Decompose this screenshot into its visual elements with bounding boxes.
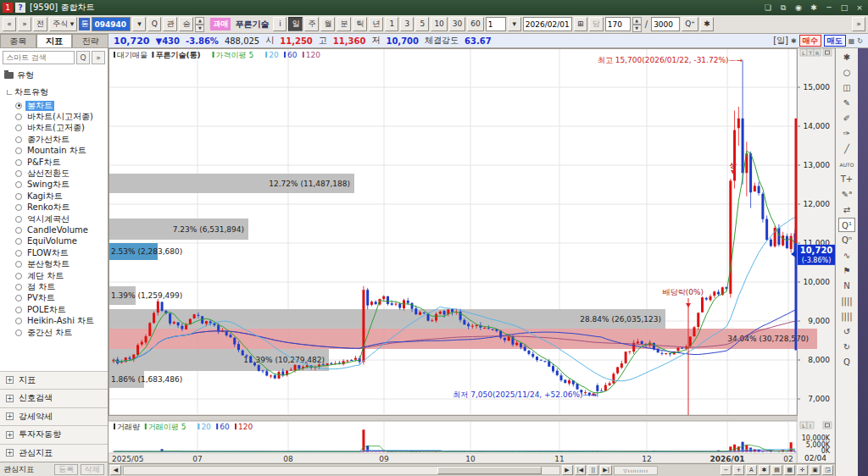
- zoom-plus-icon[interactable]: Q⁺: [682, 17, 698, 31]
- pattern-tool-icon[interactable]: ◫: [838, 80, 855, 95]
- candle-count-input[interactable]: [605, 17, 631, 31]
- asset-type-combo[interactable]: 주식 ▾: [49, 17, 77, 31]
- interval-5-button[interactable]: 5: [415, 17, 429, 31]
- eraser-tool-icon[interactable]: ✑: [838, 126, 855, 141]
- smart-search-input[interactable]: [3, 51, 75, 64]
- redo-icon[interactable]: ↻: [838, 340, 855, 354]
- interval-3-button[interactable]: 3: [400, 17, 414, 31]
- bar-narrow-icon[interactable]: ||||: [838, 294, 855, 308]
- chart-type-item[interactable]: Heikin-Ashi 차트: [0, 315, 108, 326]
- chart-type-item[interactable]: 바차트(고저종): [0, 123, 108, 134]
- interval-60-button[interactable]: 60: [467, 17, 483, 31]
- maximize-button[interactable]: □: [838, 3, 850, 14]
- tab-stock[interactable]: 종목: [0, 34, 36, 47]
- type-group-header[interactable]: 유형: [0, 66, 108, 85]
- calendar-icon[interactable]: ⊞: [574, 17, 587, 31]
- close-button[interactable]: ×: [854, 3, 865, 14]
- zoom-out-button[interactable]: −: [721, 465, 732, 475]
- period-week-button[interactable]: 주: [304, 17, 319, 31]
- register-button[interactable]: 등록: [54, 464, 78, 475]
- watch-button[interactable]: 관: [163, 17, 177, 31]
- text-tool-icon[interactable]: T+: [838, 172, 855, 186]
- capture-icon[interactable]: ◉: [793, 3, 804, 14]
- chart-type-item[interactable]: Renko차트: [0, 202, 108, 213]
- interval-custom-input[interactable]: [486, 17, 506, 31]
- chart-gear-icon[interactable]: ✱: [759, 465, 770, 475]
- sidebar-section-강세약세[interactable]: +강세약세: [0, 407, 108, 426]
- annotation-tool-icon[interactable]: ✎ᵃ: [838, 187, 855, 202]
- next-screen-button[interactable]: »: [18, 17, 31, 31]
- chart-type-item[interactable]: EquiVolume: [0, 236, 108, 247]
- fullscreen-icon[interactable]: ◲: [822, 465, 833, 475]
- chart-type-item[interactable]: 역시계곡선: [0, 213, 108, 224]
- chart-type-item[interactable]: FLOW차트: [0, 247, 108, 258]
- sidebar-section-지표[interactable]: +지표: [0, 371, 108, 390]
- chart-type-item[interactable]: 봉차트: [0, 100, 108, 111]
- zigzag-tool-icon[interactable]: N: [838, 279, 855, 293]
- popup-icon[interactable]: ❏: [762, 3, 774, 14]
- period-tick-button[interactable]: 틱: [353, 17, 367, 31]
- toolbar-more-button[interactable]: »: [852, 17, 865, 31]
- print-icon[interactable]: ▣: [810, 465, 821, 475]
- interval-1-button[interactable]: 1: [385, 17, 398, 31]
- scrollbar-thumb[interactable]: [437, 467, 542, 474]
- code-stepper[interactable]: ▲▼: [195, 17, 204, 31]
- flag-tool-icon[interactable]: ⚑: [838, 263, 855, 278]
- chart-type-item[interactable]: 점 차트: [0, 281, 108, 292]
- search-icon[interactable]: Q: [76, 51, 90, 64]
- scroll-right-button[interactable]: ▶: [562, 465, 573, 475]
- play-last-button[interactable]: ▶|: [600, 465, 612, 475]
- period-month-button[interactable]: 월: [320, 17, 335, 31]
- pane-list-icon[interactable]: ▤: [771, 465, 782, 475]
- play-first-button[interactable]: |◀: [575, 465, 587, 475]
- pane-grid-icon[interactable]: ▦: [784, 465, 795, 475]
- play-pause-button[interactable]: ||: [587, 465, 598, 475]
- compare-tool-icon[interactable]: ⇄: [838, 202, 855, 217]
- sidebar-collapse-icon[interactable]: »: [92, 51, 105, 64]
- sell-button[interactable]: 매도: [824, 35, 846, 47]
- prev-screen-button[interactable]: «: [3, 17, 16, 31]
- zoom-in-tool-icon[interactable]: Q¹: [838, 218, 855, 232]
- help-badge[interactable]: ?: [15, 3, 25, 13]
- info-button[interactable]: i: [273, 17, 287, 31]
- chart-type-item[interactable]: 바차트(시고저종): [0, 111, 108, 122]
- chart-type-item[interactable]: 종가선차트: [0, 134, 108, 145]
- chart-type-item[interactable]: Kagi차트: [0, 191, 108, 202]
- auto-tool-icon[interactable]: AUTO: [838, 157, 855, 171]
- clone-window-icon[interactable]: ⧉: [777, 3, 789, 14]
- period-minute-button[interactable]: 분: [337, 17, 351, 31]
- zoom-ruler-slider[interactable]: ▽ııııııııı: [614, 466, 658, 475]
- trendline-tool-icon[interactable]: ╱: [838, 141, 855, 156]
- seung-button[interactable]: 승: [179, 17, 193, 31]
- minimize-button[interactable]: ─: [823, 3, 835, 14]
- window-settings-icon[interactable]: ✱: [808, 3, 820, 14]
- period-year-button[interactable]: 년: [369, 17, 383, 31]
- delete-button[interactable]: 삭제: [81, 464, 104, 475]
- chart-type-item[interactable]: Mountain 차트: [0, 146, 108, 157]
- date-input[interactable]: [523, 17, 572, 31]
- max-count-input[interactable]: [651, 17, 680, 31]
- chart-type-item[interactable]: PV차트: [0, 293, 108, 304]
- zoom-in-button[interactable]: +: [733, 465, 744, 475]
- main-chart[interactable]: 12.72% (11,487,188)7.23% (6,531,894)2.53…: [108, 48, 835, 463]
- zoom-area-tool-icon[interactable]: Qⁿ: [838, 233, 855, 247]
- tab-indicator[interactable]: 지표: [36, 34, 73, 47]
- sidebar-section-관심지표[interactable]: +관심지표: [0, 444, 108, 462]
- chart-type-item[interactable]: CandleVolume: [0, 224, 108, 235]
- auto-scale-button[interactable]: A: [746, 465, 757, 475]
- chart-type-item[interactable]: 삼선전환도: [0, 168, 108, 179]
- crosshair-icon[interactable]: ✛: [797, 465, 808, 475]
- chart-type-item[interactable]: POLE차트: [0, 304, 108, 315]
- dang-button[interactable]: 당: [589, 17, 604, 31]
- buy-button[interactable]: 매수: [799, 35, 821, 47]
- pen-tool-icon[interactable]: ✎: [838, 96, 855, 110]
- chart-type-item[interactable]: Swing차트: [0, 180, 108, 191]
- wave-tool-icon[interactable]: ∿: [838, 248, 855, 263]
- period-day-button[interactable]: 일: [288, 17, 303, 31]
- interval-dropdown-button[interactable]: ▾: [508, 17, 521, 31]
- bar-wide-icon[interactable]: ||||: [838, 309, 855, 324]
- chart-type-item[interactable]: 중간선 차트: [0, 327, 108, 338]
- candle-count-stepper[interactable]: ▲▼: [632, 17, 642, 31]
- interval-10-button[interactable]: 10: [431, 17, 447, 31]
- chart-type-item[interactable]: P&F차트: [0, 157, 108, 168]
